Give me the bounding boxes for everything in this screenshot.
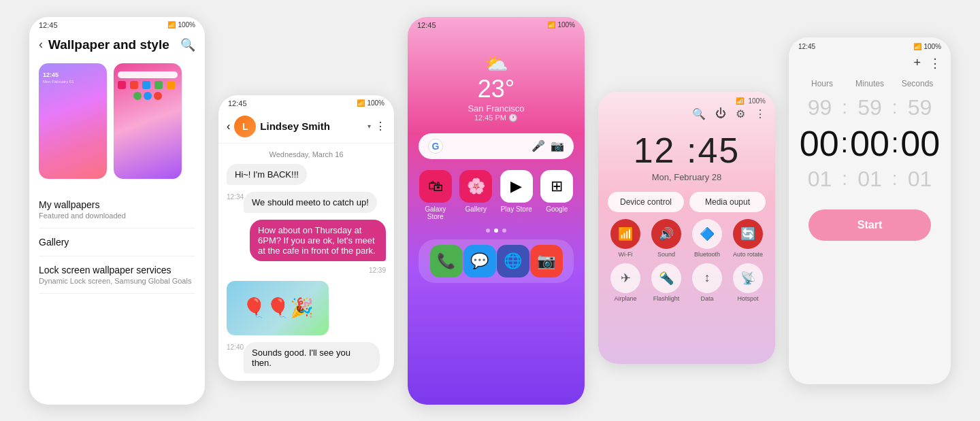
app-label-google: Google — [546, 205, 568, 213]
search-quick-icon[interactable]: 🔍 — [692, 107, 706, 120]
dock-browser[interactable]: 🌐 — [497, 245, 529, 277]
device-control-btn[interactable]: Device control — [608, 192, 684, 212]
menu-item-gallery[interactable]: Gallery — [39, 229, 195, 256]
toggle-sound[interactable]: 🔊 Sound — [649, 219, 684, 258]
thumb-search — [118, 71, 178, 78]
msg-bubble-2: We should meeto to catch up! — [244, 192, 377, 213]
app-play-store[interactable]: ▶ Play Store — [500, 170, 534, 220]
toggle-circle-rotate: 🔄 — [733, 219, 763, 249]
app-label-galaxy-store: Galaxy Store — [419, 205, 453, 220]
toggle-label-rotate: Auto rotate — [733, 251, 763, 258]
weather-icon: ⛅ — [485, 52, 508, 75]
dock-camera[interactable]: 📷 — [530, 245, 563, 277]
app-icon-galaxy-store: 🛍 — [419, 170, 452, 203]
sep-bottom-1: : — [842, 168, 847, 190]
status-bar-3: 12:45 📶 100% — [408, 17, 585, 32]
toggle-flashlight[interactable]: 🔦 Flashlight — [649, 263, 684, 302]
wallpaper-thumb-home[interactable] — [114, 63, 182, 179]
toggle-hotspot[interactable]: 📡 Hotspot — [730, 263, 766, 302]
app-gallery[interactable]: 🌸 Gallery — [459, 170, 493, 220]
timer-top-hours: 99 — [799, 95, 840, 120]
toggle-label-data: Data — [700, 295, 713, 302]
message-1: Hi~! I'm BACK!!! — [227, 164, 386, 189]
msg-time-4: 12:40 — [227, 343, 244, 351]
mic-icon[interactable]: 🎤 — [532, 139, 545, 152]
search-icon-1[interactable]: 🔍 — [180, 37, 195, 52]
phone1-header: ‹ Wallpaper and style 🔍 — [29, 32, 205, 58]
more-icon-timer[interactable]: ⋮ — [929, 56, 941, 71]
toggle-circle-hotspot: 📡 — [733, 263, 763, 293]
menu-item-lockscreen-sub: Dynamic Lock screen, Samsung Global Goal… — [39, 277, 195, 285]
toggle-wifi[interactable]: 📶 Wi-Fi — [608, 219, 643, 258]
status-time-2: 12:45 — [228, 99, 247, 107]
toggle-circle-sound: 🔊 — [651, 219, 681, 249]
sep-top-1: : — [842, 97, 847, 118]
status-time-3: 12:45 — [417, 21, 436, 29]
start-button[interactable]: Start — [808, 209, 931, 241]
message-3: How about on Thursday at 6PM? If you are… — [227, 220, 386, 274]
toggle-airplane[interactable]: ✈ Airplane — [608, 263, 643, 302]
timer-row-top: 99 : 59 : 59 — [789, 94, 951, 122]
thumb-apps — [118, 81, 178, 89]
messages-header: ‹ L Lindsey Smith ▾ ⋮ — [218, 110, 394, 144]
avatar-initial: L — [242, 121, 248, 132]
toggle-grid: 📶 Wi-Fi 🔊 Sound 🔷 Bluetooth 🔄 Auto rotat… — [598, 219, 775, 302]
settings-quick-icon[interactable]: ⚙ — [736, 107, 745, 120]
back-arrow-1[interactable]: ‹ — [39, 37, 43, 52]
page-dots — [408, 229, 585, 233]
lock-date: Mon, February 28 — [598, 172, 775, 182]
lock-time: 12 :45 — [598, 123, 775, 172]
contact-name[interactable]: Lindsey Smith — [260, 120, 362, 132]
msg-bubble-1: Hi~! I'm BACK!!! — [227, 164, 307, 185]
timer-bottom-hours: 01 — [799, 167, 840, 192]
dropdown-icon[interactable]: ▾ — [368, 122, 371, 130]
wallpaper-previews: 12:45 Mon February 01 — [29, 58, 205, 184]
toggle-label-hotspot: Hotspot — [737, 295, 758, 302]
msg-time-3: 12:39 — [369, 267, 386, 274]
phone-home: 12:45 📶 100% ⛅ 23° San Francisco 12:45 P… — [408, 17, 585, 405]
toggle-autorotate[interactable]: 🔄 Auto rotate — [730, 219, 766, 258]
app-google[interactable]: ⊞ Google — [540, 170, 574, 220]
wifi-icon-5: 📶 — [913, 43, 921, 50]
timer-display: 99 : 59 : 59 00 : 00 : 00 01 : 01 : 01 — [789, 91, 951, 196]
wifi-icon-3: 📶 — [547, 21, 555, 29]
phone-timer: 12:45 📶 100% + ⋮ Hours Minutes Seconds 9… — [789, 37, 951, 384]
toggle-label-flashlight: Flashlight — [653, 295, 680, 302]
google-search-bar[interactable]: G 🎤 📷 — [419, 133, 574, 159]
balloon-emoji: 🎈🎈🎉 — [242, 297, 314, 319]
dock-messages[interactable]: 💬 — [463, 245, 496, 277]
camera-search-icon[interactable]: 📷 — [551, 139, 564, 152]
menu-item-lockscreen[interactable]: Lock screen wallpaper services Dynamic L… — [39, 256, 195, 294]
app-label-gallery: Gallery — [465, 205, 487, 213]
power-quick-icon[interactable]: ⏻ — [715, 107, 726, 120]
dock-phone[interactable]: 📞 — [430, 245, 463, 277]
more-quick-icon[interactable]: ⋮ — [755, 107, 766, 120]
timer-row-bottom: 01 : 01 : 01 — [789, 165, 951, 193]
app-icon-google: ⊞ — [540, 170, 573, 203]
weather-city: San Francisco — [468, 103, 524, 114]
timer-main-minutes[interactable]: 00 — [849, 123, 890, 164]
phone-wallpaper: 12:45 📶 100% ‹ Wallpaper and style 🔍 12:… — [29, 17, 205, 405]
more-icon-messages[interactable]: ⋮ — [375, 120, 386, 133]
app-icon-gallery: 🌸 — [459, 170, 492, 203]
status-icons-5: 📶 100% — [913, 43, 941, 50]
col-seconds: Seconds — [897, 79, 938, 88]
timer-main-seconds[interactable]: 00 — [900, 123, 941, 164]
add-icon[interactable]: + — [913, 56, 921, 71]
menu-item-wallpapers[interactable]: My wallpapers Featured and downloaded — [39, 191, 195, 229]
timer-bottom-minutes: 01 — [849, 167, 890, 192]
back-arrow-2[interactable]: ‹ — [227, 120, 230, 133]
contact-avatar: L — [234, 116, 256, 137]
timer-main-hours[interactable]: 00 — [799, 123, 840, 164]
app-galaxy-store[interactable]: 🛍 Galaxy Store — [419, 170, 453, 220]
toggle-bluetooth[interactable]: 🔷 Bluetooth — [689, 219, 725, 258]
toggle-data[interactable]: ↕ Data — [689, 263, 725, 302]
toggle-label-bt: Bluetooth — [694, 251, 720, 258]
media-output-btn[interactable]: Media ouput — [689, 192, 766, 212]
timer-toolbar: + ⋮ — [789, 53, 951, 73]
toggle-circle-data: ↕ — [692, 263, 722, 293]
status-bar-5: 12:45 📶 100% — [789, 37, 951, 53]
message-2: We should meeto to catch up! 12:34 — [227, 192, 386, 217]
quick-icons-row: 🔍 ⏻ ⚙ ⋮ — [598, 105, 775, 123]
wallpaper-thumb-lock[interactable]: 12:45 Mon February 01 — [39, 63, 107, 179]
